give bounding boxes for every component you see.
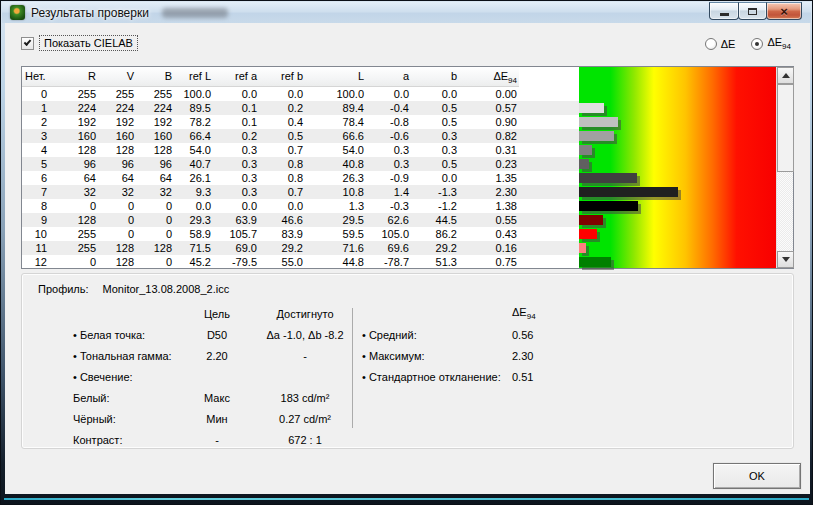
table-cell: 224 (136, 101, 174, 115)
table-cell: 63.9 (213, 213, 259, 227)
table-cell: 0.7 (259, 185, 305, 199)
delta-e-bar (579, 159, 589, 169)
maximize-button[interactable] (738, 2, 767, 20)
table-cell: 29.5 (305, 213, 366, 227)
summary-achieved-value: Δa -1.0, Δb -8.2 (252, 329, 358, 341)
table-cell: 78.4 (305, 115, 366, 129)
checkmark-icon (24, 38, 32, 46)
table-cell: 128 (136, 241, 174, 255)
checkbox-icon (21, 37, 34, 50)
table-cell: 89.4 (305, 101, 366, 115)
table-cell: 10 (22, 227, 49, 241)
table-cell: 40.7 (174, 157, 213, 171)
delta-e-bar (579, 117, 618, 127)
table-cell: 3 (22, 129, 49, 143)
table-row[interactable]: 120128045.2-79.555.044.8-78.751.30.75 (22, 255, 579, 269)
table-cell: -0.9 (366, 171, 411, 185)
table-cell: 45.2 (174, 255, 213, 269)
table-row[interactable]: 412812812854.00.30.754.00.30.30.31 (22, 143, 579, 157)
table-cell: 224 (49, 101, 98, 115)
table-cell: 0.00 (459, 87, 519, 101)
table-cell: -0.8 (366, 115, 411, 129)
table-cell: 59.5 (305, 227, 366, 241)
titlebar: Результаты проверки × (2, 2, 811, 23)
table-cell: 62.6 (366, 213, 411, 227)
delta-e-bar (579, 173, 637, 183)
table-cell: 1 (22, 101, 49, 115)
table-cell: 96 (49, 157, 98, 171)
minimize-button[interactable] (709, 2, 739, 20)
profile-label: Профиль: (38, 283, 89, 295)
table-cell: 29.2 (259, 241, 305, 255)
table-cell: 0.8 (259, 157, 305, 171)
radio-de94[interactable]: ΔE94 (751, 36, 791, 51)
delta-e-bar (579, 257, 611, 267)
scroll-up-button[interactable] (777, 67, 794, 84)
ok-button[interactable]: OK (713, 463, 801, 489)
table-cell: 192 (98, 115, 136, 129)
summary-row-label: Белый: (73, 392, 182, 404)
radio-de[interactable]: ΔE (705, 38, 736, 50)
table-row[interactable]: 596969640.70.30.840.80.30.50.23 (22, 157, 579, 171)
table-cell: 0 (136, 227, 174, 241)
table-cell: 0.3 (213, 171, 259, 185)
window-title: Результаты проверки (31, 6, 149, 20)
table-cell: 0.0 (259, 199, 305, 213)
results-table: Нет.RVBref Lref aref bLabΔE94 0255255255… (21, 66, 794, 269)
table-cell: 2 (22, 115, 49, 129)
minimize-icon (720, 13, 729, 16)
stat-label: • Стандартное откланение: (362, 371, 512, 383)
table-row[interactable]: 1125512812871.569.029.271.669.629.20.16 (22, 241, 579, 255)
table-cell: 86.2 (411, 227, 459, 241)
table-cell: 71.6 (305, 241, 366, 255)
table-cell: 96 (136, 157, 174, 171)
delta-e-bar (579, 187, 678, 197)
table-row[interactable]: 102550058.9105.783.959.5105.086.20.43 (22, 227, 579, 241)
target-column-header: Цель (182, 308, 252, 320)
table-cell: 32 (98, 185, 136, 199)
table-row[interactable]: 219219219278.20.10.478.4-0.80.50.90 (22, 115, 579, 129)
table-cell: 0.8 (259, 171, 305, 185)
table-cell: 0.55 (459, 213, 519, 227)
table-cell: 128 (49, 213, 98, 227)
table-row[interactable]: 91280029.363.946.629.562.644.50.55 (22, 213, 579, 227)
table-cell: 0.7 (259, 143, 305, 157)
table-row[interactable]: 316016016066.40.20.566.6-0.60.30.82 (22, 129, 579, 143)
table-row[interactable]: 122422422489.50.10.289.4-0.40.50.57 (22, 101, 579, 115)
show-cielab-checkbox[interactable]: Показать CIELAB (21, 35, 138, 51)
table-row[interactable]: 80000.00.00.01.3-0.3-1.21.38 (22, 199, 579, 213)
table-cell: 0.0 (411, 171, 459, 185)
summary-target-value: Макс (182, 392, 252, 404)
table-cell: 0.3 (366, 143, 411, 157)
show-cielab-label: Показать CIELAB (39, 35, 138, 51)
summary-target-value: - (182, 434, 252, 446)
table-cell: 0.31 (459, 143, 519, 157)
table-cell: 0.3 (366, 157, 411, 171)
delta-e-bar (579, 215, 603, 225)
table-cell: 0.16 (459, 241, 519, 255)
table-cell: 12 (22, 255, 49, 269)
table-cell: 11 (22, 241, 49, 255)
table-cell: 128 (49, 143, 98, 157)
table-cell: 9 (22, 213, 49, 227)
summary-achieved-value: - (252, 350, 358, 362)
scrollbar-thumb[interactable] (777, 84, 794, 172)
vertical-divider (352, 308, 353, 428)
scroll-down-button[interactable] (777, 251, 794, 268)
table-row[interactable]: 0255255255100.00.00.0100.00.00.00.00 (22, 87, 579, 101)
delta-e-bar (579, 243, 586, 253)
close-button[interactable]: × (766, 2, 802, 20)
calibration-targets-table: ЦельДостигнуто• Белая точка:D50Δa -1.0, … (73, 303, 358, 450)
delta-e-bar (579, 229, 597, 239)
delta-e-bar (579, 103, 604, 113)
table-cell: 69.0 (213, 241, 259, 255)
table-cell: 71.5 (174, 241, 213, 255)
table-cell: 55.0 (259, 255, 305, 269)
vertical-scrollbar[interactable] (776, 67, 793, 268)
table-row[interactable]: 664646426.10.30.826.3-0.90.01.35 (22, 171, 579, 185)
table-cell: 6 (22, 171, 49, 185)
blurred-watermark (162, 8, 228, 18)
table-cell: 0.5 (411, 101, 459, 115)
table-row[interactable]: 73232329.30.30.710.81.4-1.32.30 (22, 185, 579, 199)
table-cell: 0.5 (411, 115, 459, 129)
